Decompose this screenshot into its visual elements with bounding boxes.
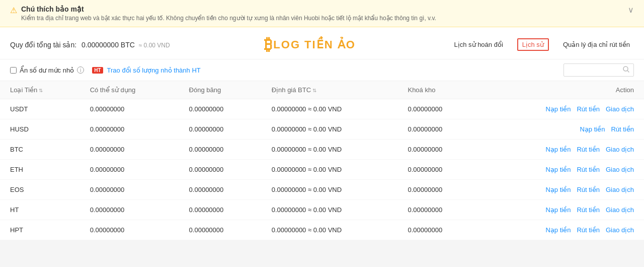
- action-link-rút-tiền[interactable]: Rút tiền: [577, 166, 600, 173]
- warning-icon: ⚠: [10, 6, 17, 15]
- col-action: Action: [480, 81, 644, 99]
- cell-coin: HUSD: [0, 119, 80, 140]
- filters-left: Ẩn số dư mức nhỏ i HT Trao đổi số lượng …: [10, 66, 201, 74]
- action-link-nạp-tiền[interactable]: Nạp tiền: [545, 226, 571, 234]
- table-row: USDT0.000000000.000000000.00000000 ≈ 0.0…: [0, 99, 644, 119]
- action-link-giao-dịch[interactable]: Giao dịch: [606, 105, 634, 113]
- action-link-rút-tiền[interactable]: Rút tiền: [577, 146, 600, 153]
- table-row: HUSD0.000000000.000000000.00000000 ≈ 0.0…: [0, 119, 644, 140]
- cell-locked: 0.00000000: [397, 180, 480, 200]
- cell-btc-value: 0.00000000 ≈ 0.00 VND: [262, 119, 398, 140]
- cell-frozen: 0.00000000: [179, 119, 262, 140]
- cell-action: Nạp tiềnRút tiềnGiao dịch: [480, 180, 644, 200]
- action-link-nạp-tiền[interactable]: Nạp tiền: [545, 166, 571, 173]
- table-header-row: Loại Tiền Có thể sử dụng Đóng băng Định …: [0, 81, 644, 99]
- nav-history-exchange[interactable]: Lịch sử hoán đổi: [450, 39, 507, 50]
- trade-small-link[interactable]: Trao đổi số lượng nhỏ thành HT: [107, 66, 201, 74]
- col-btc-value[interactable]: Định giá BTC: [262, 81, 398, 99]
- nav-history[interactable]: Lịch sử: [517, 38, 549, 51]
- cell-action: Nạp tiềnRút tiềnGiao dịch: [480, 140, 644, 160]
- logo-title: LOG TIỀN ẢO: [273, 39, 355, 50]
- top-bar: Quy đổi tổng tài sản: 0.00000000 BTC ≈ 0…: [0, 27, 644, 59]
- cell-coin: HT: [0, 200, 80, 220]
- action-link-giao-dịch[interactable]: Giao dịch: [606, 146, 634, 153]
- cell-action: Nạp tiềnRút tiềnGiao dịch: [480, 220, 644, 240]
- col-coin[interactable]: Loại Tiền: [0, 81, 80, 99]
- svg-line-1: [627, 71, 629, 73]
- action-link-nạp-tiền[interactable]: Nạp tiền: [545, 206, 571, 214]
- cell-frozen: 0.00000000: [179, 99, 262, 119]
- cell-available: 0.00000000: [80, 119, 179, 140]
- cell-locked: 0.00000000: [397, 160, 480, 180]
- cell-locked: 0.00000000: [397, 220, 480, 240]
- cell-action: Nạp tiềnRút tiền: [480, 119, 644, 140]
- cell-btc-value: 0.00000000 ≈ 0.00 VND: [262, 200, 398, 220]
- action-link-rút-tiền[interactable]: Rút tiền: [577, 226, 600, 234]
- cell-action: Nạp tiềnRút tiềnGiao dịch: [480, 200, 644, 220]
- cell-btc-value: 0.00000000 ≈ 0.00 VND: [262, 160, 398, 180]
- security-banner: ⚠ Chú thích bảo mật Kiểm tra địa chỉ tra…: [0, 0, 644, 27]
- cell-available: 0.00000000: [80, 160, 179, 180]
- banner-description: Kiểm tra địa chỉ trang web và bật xác th…: [21, 15, 436, 22]
- cell-available: 0.00000000: [80, 180, 179, 200]
- cell-available: 0.00000000: [80, 220, 179, 240]
- action-link-giao-dịch[interactable]: Giao dịch: [606, 206, 634, 214]
- action-link-nạp-tiền[interactable]: Nạp tiền: [545, 186, 571, 193]
- trade-small-area: HT Trao đổi số lượng nhỏ thành HT: [92, 66, 201, 74]
- banner-content: ⚠ Chú thích bảo mật Kiểm tra địa chỉ tra…: [10, 5, 436, 22]
- hide-small-balance-label[interactable]: Ẩn số dư mức nhỏ i: [10, 66, 84, 74]
- table-row: HPT0.000000000.000000000.00000000 ≈ 0.00…: [0, 220, 644, 240]
- hide-small-balance-checkbox[interactable]: [10, 67, 17, 74]
- main-container: Quy đổi tổng tài sản: 0.00000000 BTC ≈ 0…: [0, 27, 644, 240]
- cell-coin: HPT: [0, 220, 80, 240]
- cell-btc-value: 0.00000000 ≈ 0.00 VND: [262, 180, 398, 200]
- cell-btc-value: 0.00000000 ≈ 0.00 VND: [262, 99, 398, 119]
- assets-table: Loại Tiền Có thể sử dụng Đóng băng Định …: [0, 81, 644, 240]
- action-link-nạp-tiền[interactable]: Nạp tiền: [545, 105, 571, 113]
- ht-badge: HT: [92, 67, 103, 74]
- action-link-giao-dịch[interactable]: Giao dịch: [606, 166, 634, 173]
- action-link-giao-dịch[interactable]: Giao dịch: [606, 226, 634, 234]
- cell-locked: 0.00000000: [397, 200, 480, 220]
- action-link-rút-tiền[interactable]: Rút tiền: [577, 186, 600, 193]
- action-link-giao-dịch[interactable]: Giao dịch: [606, 186, 634, 193]
- info-icon[interactable]: i: [77, 66, 84, 74]
- nav-manage-address[interactable]: Quản lý địa chỉ rút tiền: [559, 39, 634, 50]
- banner-close-button[interactable]: ∨: [628, 5, 634, 15]
- cell-frozen: 0.00000000: [179, 160, 262, 180]
- cell-available: 0.00000000: [80, 200, 179, 220]
- table-row: BTC0.000000000.000000000.00000000 ≈ 0.00…: [0, 140, 644, 160]
- cell-locked: 0.00000000: [397, 99, 480, 119]
- cell-coin: EOS: [0, 180, 80, 200]
- action-link-rút-tiền[interactable]: Rút tiền: [577, 105, 600, 113]
- banner-text-area: Chú thích bảo mật Kiểm tra địa chỉ trang…: [21, 5, 436, 22]
- action-link-rút-tiền[interactable]: Rút tiền: [611, 125, 634, 133]
- cell-action: Nạp tiềnRút tiềnGiao dịch: [480, 160, 644, 180]
- total-assets-label: Quy đổi tổng tài sản: 0.00000000 BTC ≈ 0…: [10, 41, 170, 49]
- col-locked: Khoá kho: [397, 81, 480, 99]
- svg-point-0: [623, 66, 628, 71]
- action-link-nạp-tiền[interactable]: Nạp tiền: [580, 125, 605, 133]
- action-link-rút-tiền[interactable]: Rút tiền: [577, 206, 600, 214]
- table-row: EOS0.000000000.000000000.00000000 ≈ 0.00…: [0, 180, 644, 200]
- cell-frozen: 0.00000000: [179, 200, 262, 220]
- cell-locked: 0.00000000: [397, 119, 480, 140]
- cell-available: 0.00000000: [80, 140, 179, 160]
- cell-btc-value: 0.00000000 ≈ 0.00 VND: [262, 140, 398, 160]
- cell-action: Nạp tiềnRút tiềnGiao dịch: [480, 99, 644, 119]
- cell-coin: BTC: [0, 140, 80, 160]
- action-link-nạp-tiền[interactable]: Nạp tiền: [545, 146, 571, 153]
- cell-frozen: 0.00000000: [179, 180, 262, 200]
- logo: ₿ LOG TIỀN ẢO: [264, 35, 355, 54]
- cell-btc-value: 0.00000000 ≈ 0.00 VND: [262, 220, 398, 240]
- logo-text-area: LOG TIỀN ẢO: [273, 39, 355, 50]
- search-box[interactable]: [564, 63, 634, 77]
- cell-frozen: 0.00000000: [179, 220, 262, 240]
- cell-frozen: 0.00000000: [179, 140, 262, 160]
- search-input[interactable]: [568, 66, 623, 74]
- col-available: Có thể sử dụng: [80, 81, 179, 99]
- cell-locked: 0.00000000: [397, 140, 480, 160]
- banner-title: Chú thích bảo mật: [21, 5, 436, 13]
- filters-bar: Ẩn số dư mức nhỏ i HT Trao đổi số lượng …: [0, 59, 644, 81]
- col-frozen: Đóng băng: [179, 81, 262, 99]
